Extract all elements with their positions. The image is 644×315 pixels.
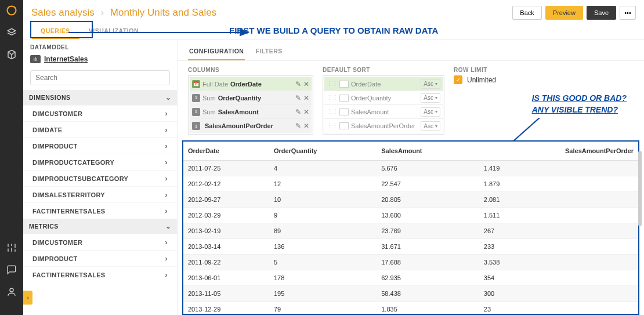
sort-checkbox[interactable]: [339, 122, 349, 129]
app-logo-icon[interactable]: [6, 5, 17, 16]
chevron-right-icon: ›: [165, 174, 168, 183]
column-chip[interactable]: 1 SalesAmountPerOrder✎✕: [190, 119, 312, 133]
datamodel-name[interactable]: InternetSales: [44, 55, 88, 63]
metrics-label: METRICS: [29, 223, 59, 230]
chat-icon[interactable]: [6, 264, 17, 276]
tab-queries[interactable]: QUERIES: [31, 22, 79, 39]
table-cell: 1.419: [479, 161, 638, 176]
metric-item[interactable]: FACTINTERNETSALES›: [23, 266, 177, 283]
table-row[interactable]: 2013-02-198923.769267: [183, 223, 638, 239]
table-row[interactable]: 2012-02-121222.5471.879: [183, 176, 638, 192]
table-header[interactable]: SalesAmountPerOrder: [479, 142, 638, 161]
unlimited-checkbox[interactable]: ✓: [454, 75, 462, 84]
table-row[interactable]: 2011-07-2545.6761.419: [183, 161, 638, 176]
sort-direction-dropdown[interactable]: Asc ▾: [421, 107, 440, 117]
table-cell: 178: [269, 270, 377, 286]
search-input[interactable]: [30, 70, 170, 85]
dimension-item[interactable]: DIMPRODUCTSUBCATEGORY›: [23, 170, 177, 186]
table-row[interactable]: 2013-06-0117862.935354: [183, 270, 638, 286]
sort-direction-dropdown[interactable]: Asc ▾: [421, 93, 440, 103]
cube-icon[interactable]: [6, 49, 17, 60]
sort-chip[interactable]: ⋮⋮OrderQuantityAsc ▾: [324, 91, 443, 105]
back-button[interactable]: Back: [512, 6, 541, 20]
edit-icon[interactable]: ✎: [295, 108, 301, 116]
breadcrumb-root[interactable]: Sales analysis: [31, 7, 95, 18]
datamodel-heading: DATAMODEL: [23, 39, 177, 53]
chip-badge-icon: 📅: [192, 80, 200, 88]
table-cell: 23: [479, 302, 638, 314]
metric-item[interactable]: DIMPRODUCT›: [23, 250, 177, 266]
tab-visualization[interactable]: VISUALIZATION: [79, 22, 148, 39]
table-cell: 2013-03-14: [183, 239, 269, 255]
chevron-down-icon: ▾: [435, 124, 437, 129]
datamodel-icon: ılı: [30, 55, 41, 63]
table-cell: 31.671: [377, 239, 479, 255]
sort-chip[interactable]: ⋮⋮SalesAmountAsc ▾: [324, 105, 443, 119]
expand-rail-button[interactable]: ›: [23, 291, 32, 305]
remove-icon[interactable]: ✕: [303, 80, 309, 88]
table-row[interactable]: 2012-09-271020.8052.081: [183, 192, 638, 208]
table-cell: 233: [479, 239, 638, 255]
drag-handle-icon[interactable]: ⋮⋮: [327, 122, 337, 130]
metrics-section-header[interactable]: METRICS ⌄: [23, 219, 177, 234]
dimension-item[interactable]: DIMPRODUCTCATEGORY›: [23, 154, 177, 170]
sliders-icon[interactable]: [6, 242, 17, 254]
table-cell: 13.600: [377, 208, 479, 223]
sort-checkbox[interactable]: [339, 95, 349, 102]
remove-icon[interactable]: ✕: [303, 94, 309, 102]
drag-handle-icon[interactable]: ⋮⋮: [327, 80, 337, 88]
table-row[interactable]: 2013-11-0519558.438300: [183, 286, 638, 302]
sort-chip[interactable]: ⋮⋮SalesAmountPerOrderAsc ▾: [324, 119, 443, 133]
remove-icon[interactable]: ✕: [303, 122, 309, 130]
chevron-right-icon: ›: [165, 270, 168, 279]
columns-list: 📅Full Date OrderDate✎✕1Sum OrderQuantity…: [188, 75, 313, 135]
table-header[interactable]: SalesAmount: [377, 142, 479, 161]
sort-direction-dropdown[interactable]: Asc ▾: [421, 79, 440, 89]
sort-chip[interactable]: ⋮⋮OrderDateAsc ▾: [324, 77, 443, 91]
drag-handle-icon[interactable]: ⋮⋮: [327, 108, 337, 115]
table-cell: 1.511: [479, 208, 638, 223]
edit-icon[interactable]: ✎: [295, 80, 301, 88]
scrollbar[interactable]: [638, 151, 642, 226]
dimensions-section-header[interactable]: DIMENSIONS ⌄: [23, 90, 177, 105]
table-header[interactable]: OrderDate: [183, 142, 269, 161]
save-button[interactable]: Save: [587, 6, 616, 20]
table-row[interactable]: 2011-09-22517.6883.538: [183, 255, 638, 270]
remove-icon[interactable]: ✕: [303, 108, 309, 116]
chevron-down-icon: ▾: [435, 81, 437, 86]
column-chip[interactable]: 1Sum OrderQuantity✎✕: [190, 91, 312, 105]
chevron-right-icon: ›: [165, 238, 168, 247]
table-row[interactable]: 2013-03-1413631.671233: [183, 239, 638, 255]
table-row[interactable]: 2012-03-29913.6001.511: [183, 208, 638, 223]
drag-handle-icon[interactable]: ⋮⋮: [327, 94, 337, 102]
topbar: Sales analysis › Monthly Units and Sales…: [23, 0, 644, 22]
sort-direction-dropdown[interactable]: Asc ▾: [421, 121, 440, 131]
user-icon[interactable]: [6, 286, 17, 298]
table-cell: 4: [269, 161, 377, 176]
dimension-item[interactable]: DIMCUSTOMER›: [23, 105, 177, 121]
sort-list: ⋮⋮OrderDateAsc ▾⋮⋮OrderQuantityAsc ▾⋮⋮Sa…: [323, 75, 444, 135]
dimension-item[interactable]: DIMSALESTERRITORY›: [23, 186, 177, 202]
column-chip[interactable]: 1Sum SalesAmount✎✕: [190, 105, 312, 119]
table-cell: 10: [269, 192, 377, 208]
table-cell: 22.547: [377, 176, 479, 192]
layers-icon[interactable]: [6, 27, 17, 38]
metric-item[interactable]: DIMCUSTOMER›: [23, 234, 177, 250]
preview-button[interactable]: Preview: [545, 6, 583, 20]
column-chip[interactable]: 📅Full Date OrderDate✎✕: [190, 77, 312, 91]
sort-checkbox[interactable]: [339, 81, 349, 88]
table-cell: 354: [479, 270, 638, 286]
edit-icon[interactable]: ✎: [295, 94, 301, 102]
dimension-item[interactable]: DIMPRODUCT›: [23, 137, 177, 154]
table-cell: 12: [269, 176, 377, 192]
dimension-item[interactable]: DIMDATE›: [23, 121, 177, 137]
table-header[interactable]: OrderQuantity: [269, 142, 377, 161]
tab-filters[interactable]: FILTERS: [254, 45, 283, 60]
sort-checkbox[interactable]: [339, 108, 349, 115]
table-cell: 5: [269, 255, 377, 270]
tab-configuration[interactable]: CONFIGURATION: [188, 45, 245, 60]
table-row[interactable]: 2013-12-29791.83523: [183, 302, 638, 314]
edit-icon[interactable]: ✎: [295, 122, 301, 130]
more-button[interactable]: •••: [620, 6, 636, 20]
dimension-item[interactable]: FACTINTERNETSALES›: [23, 202, 177, 219]
